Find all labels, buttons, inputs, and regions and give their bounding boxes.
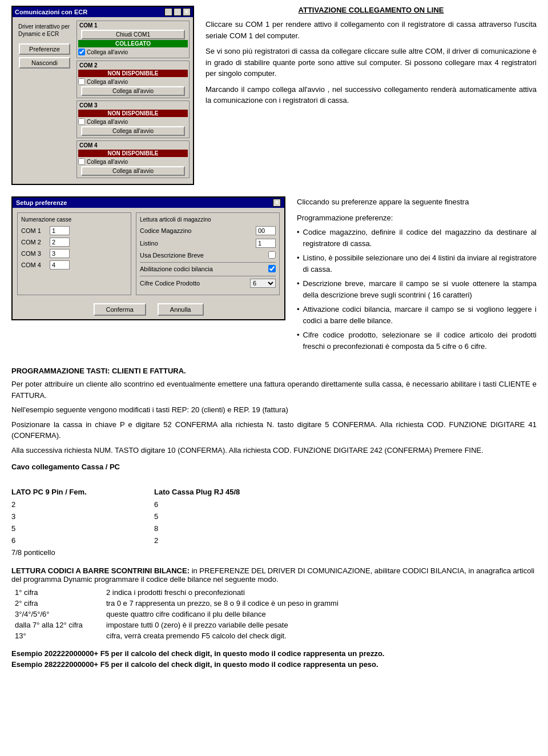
com3-checkbox-row: Collega all'avvio: [78, 118, 188, 125]
codice-magazzino-input[interactable]: [256, 226, 276, 235]
cancel-button[interactable]: Annulla: [158, 303, 204, 316]
codice-magazzino-label: Codice Magazzino: [140, 227, 256, 234]
barcode-heading: LETTURA CODICI A BARRE SCONTRINI BILANCE…: [11, 566, 537, 584]
cifra-col1-4: dalla 7° alla 12° cifra: [11, 620, 103, 630]
programmazione-section: PROGRAMMAZIONE TASTI: CLIENTI E FATTURA.…: [11, 367, 537, 456]
prog-para3: Posizionare la cassa in chiave P e digit…: [11, 419, 537, 441]
usa-descr-checkbox[interactable]: [268, 251, 276, 259]
cable-row-5a: 7/8 ponticello: [11, 547, 120, 559]
hide-button[interactable]: Nascondi: [19, 57, 70, 69]
bullet-item-5: Cifre codice prodotto, selezionare se il…: [297, 329, 537, 352]
close-btn-x[interactable]: ✕: [183, 8, 191, 16]
com1-status: COLLEGATO: [78, 40, 188, 47]
cable-row-1b: 6: [154, 499, 240, 511]
cifra-col2-3: queste quattro cifre codificano il plu d…: [103, 609, 537, 620]
usa-descr-label: Usa Descrizione Breve: [140, 252, 268, 259]
listino-input[interactable]: [256, 239, 276, 248]
right-panel: COM 1 Chiudi COM1 COLLEGATO Collega all'…: [76, 21, 190, 180]
com3-label: COM 3: [78, 102, 188, 108]
connect-com4-btn[interactable]: Collega all'avvio: [81, 166, 185, 176]
cable-row-5b: [154, 547, 240, 559]
cifra-col1-5: 13°: [11, 630, 103, 641]
cifra-row-4: dalla 7° alla 12° cifra impostare tutti …: [11, 620, 537, 630]
minimize-btn[interactable]: _: [164, 8, 172, 16]
lettura-box: Lettura articoli di magazzino Codice Mag…: [136, 212, 280, 295]
bullet-item-1: Codice magazzino, definire il codice del…: [297, 227, 537, 249]
top-section-title: ATTIVAZIONE COLLEGAMENTO ON LINE: [206, 6, 537, 14]
bullet-1-text: Codice magazzino, definire il codice del…: [303, 227, 537, 249]
cable-row-3b: 8: [154, 523, 240, 535]
cable-row-1a: 2: [11, 499, 120, 511]
connect-com2-btn[interactable]: Collega all'avvio: [81, 86, 185, 96]
com3-num-input[interactable]: [50, 249, 70, 258]
cable-heading: Cavo collegamento Cassa / PC: [11, 461, 120, 473]
cable-row-2a: 3: [11, 511, 120, 523]
cable-col1-title: LATO PC 9 Pin / Fem.: [11, 486, 120, 498]
com4-status: NON DISPONIBILE: [78, 150, 188, 157]
com1-num-input[interactable]: [50, 226, 70, 235]
com4-group: COM 4 NON DISPONIBILE Collega all'avvio …: [76, 140, 190, 178]
cifra-col2-1: 2 indica i prodotti freschi o preconfezi…: [103, 587, 537, 598]
connect-com3-btn[interactable]: Collega all'avvio: [81, 126, 185, 136]
com2-num-input[interactable]: [50, 238, 70, 247]
dialog-body: Driver interattivo per Dynamic e ECR Pre…: [13, 17, 193, 184]
cifre-label: Cifre Codice Prodotto: [140, 280, 250, 287]
maximize-btn[interactable]: □: [174, 8, 182, 16]
cifra-col1-3: 3°/4°/5°/6°: [11, 609, 103, 620]
prog-heading: PROGRAMMAZIONE TASTI: CLIENTI E FATTURA.: [11, 367, 537, 375]
com4-checkbox[interactable]: [78, 158, 85, 165]
cable-col-right: Lato Cassa Lato Cassa Plug RJ 45/8 6 5 8…: [154, 461, 240, 558]
cifra-row-1: 1° cifra 2 indica i prodotti freschi o p…: [11, 587, 537, 598]
numerazione-title: Numerazione casse: [21, 216, 127, 223]
pref-text-area: Cliccando su preferenze appare la seguen…: [297, 196, 537, 355]
numerazione-box: Numerazione casse COM 1 COM 2 COM 3 COM …: [17, 212, 131, 295]
cifra-row-3: 3°/4°/5°/6° queste quattro cifre codific…: [11, 609, 537, 620]
com1-label: COM 1: [78, 22, 188, 29]
com4-num-label: COM 4: [21, 262, 50, 268]
bullet-item-3: Descrizione breve, marcare il campo se s…: [297, 278, 537, 300]
com4-num-input[interactable]: [50, 260, 70, 270]
titlebar-icons: _ □ ✕: [164, 8, 191, 16]
com2-label: COM 2: [78, 62, 188, 69]
dialog-title: Comunicazioni con ECR: [15, 9, 87, 15]
abil-codici-checkbox[interactable]: [268, 265, 276, 272]
cifre-select[interactable]: 5 6: [250, 279, 276, 288]
com1-checkbox[interactable]: [78, 49, 85, 55]
cable-row-4a: 6: [11, 535, 120, 547]
example1: Esempio 202222000000+ F5 per il calcolo …: [11, 649, 537, 658]
com4-checkbox-label: Collega all'avvio: [87, 159, 128, 165]
cable-row-3a: 5: [11, 523, 120, 535]
top-section: Comunicazioni con ECR _ □ ✕ Driver inter…: [11, 6, 537, 185]
cifra-col1-1: 1° cifra: [11, 587, 103, 598]
pref-heading: Cliccando su preferenze appare la seguen…: [297, 196, 537, 208]
left-panel: Driver interattivo per Dynamic e ECR Pre…: [16, 21, 73, 180]
prog-para4: Alla successiva richiesta NUM. TASTO dig…: [11, 445, 537, 456]
cifra-col2-4: impostare tutti 0 (zero) è il prezzo var…: [103, 620, 537, 630]
setup-body: Numerazione casse COM 1 COM 2 COM 3 COM …: [13, 208, 284, 300]
abil-codici-label: Abilitazione codici bilancia: [140, 266, 268, 272]
com3-num-label: COM 3: [21, 250, 50, 257]
com2-checkbox[interactable]: [78, 78, 85, 85]
top-para2: Se vi sono più registratori di cassa da …: [206, 46, 537, 79]
bullet-item-2: Listino, è possibile selezionare uno dei…: [297, 252, 537, 275]
cable-row-4b: 2: [154, 535, 240, 547]
setup-dialog: Setup preferenze ✕ Numerazione casse COM…: [11, 196, 285, 320]
com4-num-row: COM 4: [21, 260, 127, 270]
prog-para1: Per poter attribuire un cliente allo sco…: [11, 379, 537, 401]
bullet-3-text: Descrizione breve, marcare il campo se s…: [303, 278, 537, 300]
com3-num-row: COM 3: [21, 249, 127, 258]
preferences-button[interactable]: Preferenze: [19, 43, 70, 55]
com2-group: COM 2 NON DISPONIBILE Collega all'avvio …: [76, 61, 190, 98]
com3-group: COM 3 NON DISPONIBILE Collega all'avvio …: [76, 100, 190, 138]
setup-title: Setup preferenze: [16, 199, 67, 206]
setup-close-btn[interactable]: ✕: [273, 199, 281, 207]
cable-col2-title: Lato Cassa Plug RJ 45/8: [154, 486, 240, 498]
close-com1-btn[interactable]: Chiudi COM1: [81, 30, 185, 39]
confirm-button[interactable]: Conferma: [94, 303, 146, 316]
cable-section: Cavo collegamento Cassa / PC LATO PC 9 P…: [11, 461, 537, 558]
com3-checkbox[interactable]: [78, 118, 85, 125]
usa-descr-row: Usa Descrizione Breve: [140, 251, 276, 259]
com1-num-label: COM 1: [21, 227, 50, 234]
prog-heading: Programmazione preferenze:: [297, 212, 537, 224]
left-panel-text: Driver interattivo per Dynamic e ECR: [16, 21, 73, 40]
